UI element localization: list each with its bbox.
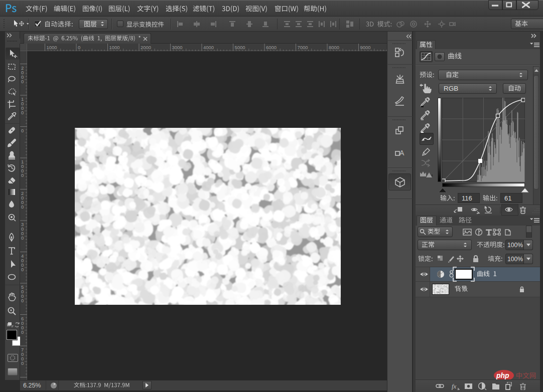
svg-text:fx: fx [452, 382, 457, 390]
svg-text:php: php [496, 371, 509, 379]
svg-text:A: A [399, 149, 404, 157]
